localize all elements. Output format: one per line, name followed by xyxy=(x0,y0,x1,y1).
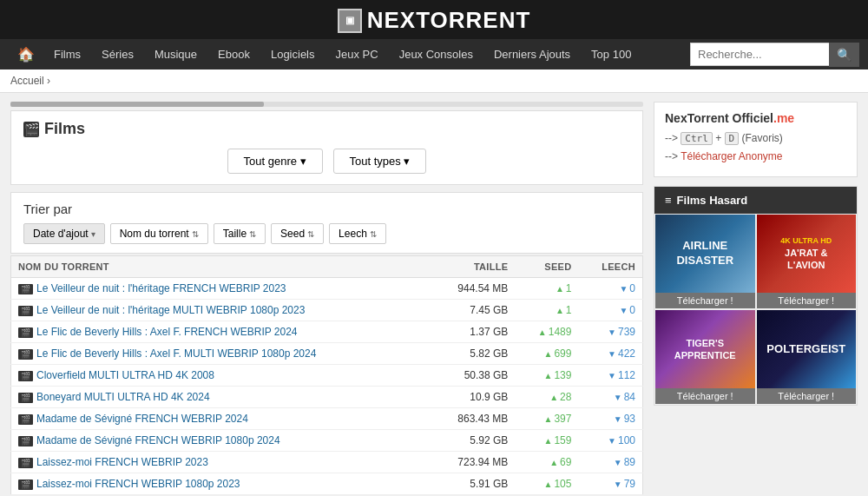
nav-jeux-consoles[interactable]: Jeux Consoles xyxy=(389,39,483,69)
torrent-seed-cell: 699 xyxy=(515,343,578,365)
search-button[interactable]: 🔍 xyxy=(829,43,859,67)
film-card-1[interactable]: 4K ULTRA HD JA'RAT & L'AVION Télécharger… xyxy=(756,214,858,309)
seed-value: 159 xyxy=(544,434,572,446)
film-card-img-2: TIGER'S APPRENTICE xyxy=(655,310,755,388)
film-badge: 🎬 xyxy=(18,371,33,381)
nav-home[interactable]: 🏠 xyxy=(9,39,43,69)
nav-series[interactable]: Séries xyxy=(91,39,144,69)
torrent-name-cell: 🎬Laissez-moi FRENCH WEBRIP 1080p 2023 xyxy=(11,473,430,495)
torrent-name-link[interactable]: Le Flic de Beverly Hills : Axel F. MULTI… xyxy=(36,347,316,360)
breadcrumb: Accueil › xyxy=(0,69,868,93)
torrent-size-cell: 5.82 GB xyxy=(429,343,515,365)
films-hasard-icon: ≡ xyxy=(665,194,672,207)
torrent-leech-cell: 79 xyxy=(578,473,642,495)
torrent-size-cell: 944.54 MB xyxy=(429,278,515,300)
film-card-label-0[interactable]: Télécharger ! xyxy=(655,293,755,308)
film-card-2[interactable]: TIGER'S APPRENTICE Télécharger ! xyxy=(654,309,756,405)
torrent-name-link[interactable]: Madame de Sévigné FRENCH WEBRIP 1080p 20… xyxy=(36,434,280,446)
torrent-leech-cell: 0 xyxy=(578,300,642,321)
torrent-table: NOM DU TORRENT TAILLE SEED LEECH 🎬Le Vei… xyxy=(10,255,643,495)
seed-value: 28 xyxy=(549,391,571,403)
torrent-name-link[interactable]: Boneyard MULTI ULTRA HD 4K 2024 xyxy=(36,391,210,403)
torrent-name-cell: 🎬Madame de Sévigné FRENCH WEBRIP 2024 xyxy=(11,408,430,430)
torrent-leech-cell: 0 xyxy=(578,278,642,300)
sort-box: Trier par Date d'ajout ▾ Nom du torrent … xyxy=(10,192,643,254)
col-header-size: TAILLE xyxy=(429,256,515,278)
torrent-leech-cell: 89 xyxy=(578,452,642,473)
page-title-text: Films xyxy=(44,120,85,138)
film-card-label-3[interactable]: Télécharger ! xyxy=(757,388,857,404)
table-row: 🎬Madame de Sévigné FRENCH WEBRIP 1080p 2… xyxy=(11,430,643,452)
table-row: 🎬Le Veilleur de nuit : l'héritage FRENCH… xyxy=(11,278,643,300)
sidebar-info: NexTorrent Officiel.me --> Ctrl + D (Fav… xyxy=(654,102,858,177)
table-header: NOM DU TORRENT TAILLE SEED LEECH xyxy=(11,256,643,278)
col-header-seed: SEED xyxy=(515,256,578,278)
nav-films[interactable]: Films xyxy=(43,39,91,69)
scroll-bar xyxy=(10,102,643,107)
nav-derniers-ajouts[interactable]: Derniers Ajouts xyxy=(483,39,581,69)
film-card-title-3: POLTERGEIST xyxy=(761,337,851,362)
plus-sep: + xyxy=(715,132,724,144)
nav-jeux-pc[interactable]: Jeux PC xyxy=(326,39,389,69)
genre-filter-button[interactable]: Tout genre ▾ xyxy=(227,149,323,174)
nav-logiciels[interactable]: Logiciels xyxy=(260,39,326,69)
film-card-label-2[interactable]: Télécharger ! xyxy=(655,388,755,404)
torrent-leech-cell: 739 xyxy=(578,321,642,343)
sort-name-arrow: ⇅ xyxy=(192,229,199,239)
sort-leech-button[interactable]: Leech ⇅ xyxy=(329,223,386,244)
nav-musique[interactable]: Musique xyxy=(144,39,207,69)
film-badge: 🎬 xyxy=(18,414,33,425)
seed-value: 1 xyxy=(556,304,572,316)
torrent-name-link[interactable]: Laissez-moi FRENCH WEBRIP 2023 xyxy=(36,456,208,468)
type-filter-button[interactable]: Tout types ▾ xyxy=(333,149,427,174)
sort-options: Date d'ajout ▾ Nom du torrent ⇅ Taille ⇅… xyxy=(23,223,630,244)
torrent-name-link[interactable]: Laissez-moi FRENCH WEBRIP 1080p 2023 xyxy=(36,478,240,490)
torrent-name-link[interactable]: Le Veilleur de nuit : l'héritage MULTI W… xyxy=(36,304,305,316)
torrent-name-cell: 🎬Cloverfield MULTI ULTRA HD 4K 2008 xyxy=(11,365,430,387)
seed-value: 397 xyxy=(544,413,572,425)
site-header: ▣ NEXTORRENT xyxy=(0,0,868,39)
sort-label: Trier par xyxy=(23,202,630,216)
sort-date-button[interactable]: Date d'ajout ▾ xyxy=(23,223,105,244)
nav-top100[interactable]: Top 100 xyxy=(581,39,641,69)
leech-value: 112 xyxy=(608,369,635,381)
nav-ebook[interactable]: Ebook xyxy=(207,39,260,69)
torrent-seed-cell: 69 xyxy=(515,452,578,473)
film-card-0[interactable]: AIRLINE DISASTER Télécharger ! xyxy=(654,214,756,309)
torrent-size-cell: 5.91 GB xyxy=(429,473,515,495)
film-icon: 🎬 xyxy=(23,122,39,137)
sort-size-button[interactable]: Taille ⇅ xyxy=(214,223,266,244)
sort-seed-button[interactable]: Seed ⇅ xyxy=(271,223,324,244)
torrent-name-link[interactable]: Cloverfield MULTI ULTRA HD 4K 2008 xyxy=(36,369,214,381)
filters-row: Tout genre ▾ Tout types ▾ xyxy=(23,149,630,174)
leech-value: 84 xyxy=(614,391,635,403)
sort-name-button[interactable]: Nom du torrent ⇅ xyxy=(110,223,208,244)
torrent-name-link[interactable]: Le Veilleur de nuit : l'héritage FRENCH … xyxy=(36,282,286,294)
breadcrumb-separator: › xyxy=(47,75,50,87)
film-card-3[interactable]: POLTERGEIST Télécharger ! xyxy=(756,309,858,405)
table-row: 🎬Le Flic de Beverly Hills : Axel F. FREN… xyxy=(11,321,643,343)
breadcrumb-home[interactable]: Accueil xyxy=(10,75,44,87)
films-hasard-grid: AIRLINE DISASTER Télécharger ! 4K ULTRA … xyxy=(654,214,857,405)
torrent-size-cell: 10.9 GB xyxy=(429,387,515,408)
col-header-name: NOM DU TORRENT xyxy=(11,256,430,278)
seed-value: 699 xyxy=(544,347,572,360)
torrent-name-cell: 🎬Le Veilleur de nuit : l'héritage MULTI … xyxy=(11,300,430,321)
torrent-name-cell: 🎬Madame de Sévigné FRENCH WEBRIP 1080p 2… xyxy=(11,430,430,452)
anon-link[interactable]: Télécharger Anonyme xyxy=(681,150,782,162)
ctrl-key: Ctrl xyxy=(681,132,713,145)
col-header-leech: LEECH xyxy=(578,256,642,278)
logo-box: ▣ xyxy=(338,9,362,33)
search-input[interactable] xyxy=(690,43,829,66)
sidebar-site-name-text: NexTorrent Officiel xyxy=(665,111,773,125)
torrent-name-link[interactable]: Madame de Sévigné FRENCH WEBRIP 2024 xyxy=(36,413,248,425)
torrent-leech-cell: 112 xyxy=(578,365,642,387)
film-card-label-1[interactable]: Télécharger ! xyxy=(757,293,857,308)
leech-value: 93 xyxy=(614,413,635,425)
film-badge: 🎬 xyxy=(18,327,33,338)
sort-name-label: Nom du torrent xyxy=(120,228,189,240)
sort-seed-label: Seed xyxy=(280,228,305,240)
sidebar-site-ext: .me xyxy=(773,111,794,125)
torrent-name-link[interactable]: Le Flic de Beverly Hills : Axel F. FRENC… xyxy=(36,326,298,338)
leech-value: 0 xyxy=(619,304,635,316)
